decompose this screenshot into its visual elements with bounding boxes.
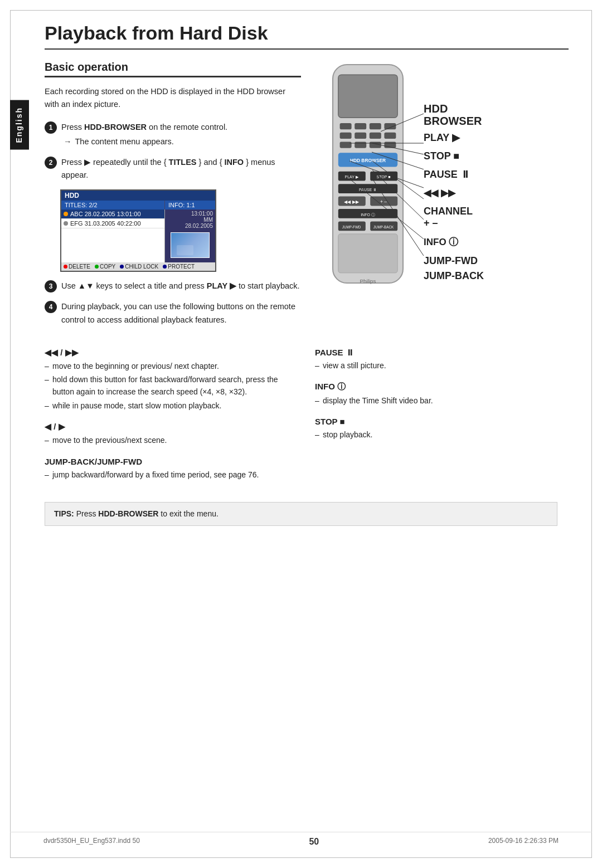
svg-rect-2 xyxy=(340,123,352,129)
info-label-text: INFO ⓘ xyxy=(424,236,507,248)
list-item: ABC 28.02.2005 13:01:00 xyxy=(61,209,164,219)
svg-rect-6 xyxy=(340,133,352,139)
svg-rect-32 xyxy=(338,234,397,273)
plus-minus-text: + – xyxy=(424,217,507,229)
svg-rect-7 xyxy=(355,133,366,139)
right-column: HDD BROWSER PLAY ▶ STOP ■ PAUSE ⏸ ◀◀ ▶▶ xyxy=(318,61,507,334)
svg-text:STOP ■: STOP ■ xyxy=(377,175,391,179)
pause-heading-text: PAUSE ⏸ xyxy=(315,348,354,357)
prev-next-item-2: hold down this button for fast backward/… xyxy=(45,373,298,398)
list-item: EFG 31.03.2005 40:22:00 xyxy=(61,219,164,228)
bottom-sections: ◀◀ / ▶▶ move to the beginning or previou… xyxy=(45,348,569,491)
jump-fwd-text: JUMP-FWD xyxy=(424,255,507,267)
hdd-footer: DELETE COPY CHILD LOCK PROTECT xyxy=(61,262,215,271)
feature-pause: PAUSE ⏸ view a still picture. xyxy=(315,348,569,372)
protect-dot xyxy=(163,265,167,269)
stop-heading: STOP ■ xyxy=(315,417,569,426)
pause-label: PAUSE ⏸ xyxy=(424,169,507,181)
svg-text:PLAY ▶: PLAY ▶ xyxy=(344,175,358,179)
step-3-number: 3 xyxy=(45,280,57,292)
jump-back-label: JUMP-BACK xyxy=(424,270,507,282)
pause-heading: PAUSE ⏸ xyxy=(315,348,569,357)
section-heading: Basic operation xyxy=(45,61,301,77)
jump-item-1: jump backward/forward by a fixed time pe… xyxy=(45,469,298,481)
hdd-browser-label: HDD BROWSER xyxy=(424,103,507,127)
svg-rect-13 xyxy=(384,142,396,148)
svg-rect-8 xyxy=(370,133,381,139)
pause-label-text: PAUSE ⏸ xyxy=(424,169,507,181)
step-1-number: 1 xyxy=(45,121,57,134)
step-2-number: 2 xyxy=(45,157,57,169)
hdd-preview: 13:01:00MM28.02.2005 xyxy=(165,209,215,262)
prev-next-heading-text: ◀◀ / ▶▶ xyxy=(45,348,79,358)
hdd-col-titles: TITLES: 2/2 xyxy=(61,201,165,209)
svg-text:HDD BROWSER: HDD BROWSER xyxy=(350,158,386,163)
page-title: Playback from Hard Disk xyxy=(45,22,569,50)
remote-right-labels: HDD BROWSER PLAY ▶ STOP ■ PAUSE ⏸ ◀◀ ▶▶ xyxy=(424,103,507,282)
svg-rect-12 xyxy=(370,142,381,148)
hdd-dot-gray xyxy=(64,221,68,226)
svg-rect-1 xyxy=(338,75,397,118)
hdd-preview-time1: 13:01:00MM28.02.2005 xyxy=(185,211,213,229)
scene-heading: ◀ / ▶ xyxy=(45,422,298,432)
prev-next-item-1: move to the beginning or previous/ next … xyxy=(45,360,298,372)
rew-fwd-text: ◀◀ ▶▶ xyxy=(424,187,507,199)
hdd-footer-copy: COPY xyxy=(95,264,115,270)
hdd-preview-image xyxy=(171,232,210,258)
feature-stop: STOP ■ stop playback. xyxy=(315,417,569,441)
hdd-footer-protect: PROTECT xyxy=(163,264,195,270)
svg-rect-3 xyxy=(355,123,366,129)
browser-label-text: BROWSER xyxy=(424,115,507,127)
svg-rect-11 xyxy=(355,142,366,148)
jump-heading-text: JUMP-BACK/JUMP-FWD xyxy=(45,457,142,466)
svg-text:+ –: + – xyxy=(380,199,387,204)
hdd-footer-delete: DELETE xyxy=(64,264,90,270)
page-number: 50 xyxy=(309,837,319,847)
info-item-1: display the Time Shift video bar. xyxy=(315,394,569,407)
prev-next-heading: ◀◀ / ▶▶ xyxy=(45,348,298,358)
step-1: 1 Press HDD-BROWSER on the remote contro… xyxy=(45,121,301,148)
step-3: 3 Use ▲▼ keys to select a title and pres… xyxy=(45,280,301,292)
svg-rect-10 xyxy=(340,142,352,148)
play-label-text: PLAY ▶ xyxy=(424,131,507,144)
svg-rect-9 xyxy=(384,133,396,139)
jump-fwd-label: JUMP-FWD xyxy=(424,255,507,267)
step-3-content: Use ▲▼ keys to select a title and press … xyxy=(61,280,301,292)
step-1-content: Press HDD-BROWSER on the remote control.… xyxy=(61,121,301,148)
hdd-title-bar: HDD xyxy=(61,191,215,201)
step-2-content: Press ▶ repeatedly until the { TITLES } … xyxy=(61,156,301,182)
step-4: 4 During playback, you can use the follo… xyxy=(45,300,301,326)
arrow-symbol: → xyxy=(64,135,72,148)
play-label: PLAY ▶ xyxy=(424,131,507,144)
tips-box: TIPS: Press HDD-BROWSER to exit the menu… xyxy=(45,502,557,526)
channel-label: CHANNEL + – xyxy=(424,206,507,229)
hdd-footer-childlock: CHILD LOCK xyxy=(120,264,158,270)
info-heading-text: INFO ⓘ xyxy=(315,382,346,392)
step-4-number: 4 xyxy=(45,301,57,313)
svg-text:PAUSE ⏸: PAUSE ⏸ xyxy=(359,188,377,192)
stop-item-1: stop playback. xyxy=(315,428,569,441)
svg-text:JUMP-FWD: JUMP-FWD xyxy=(342,225,361,229)
jump-heading: JUMP-BACK/JUMP-FWD xyxy=(45,457,298,466)
stop-heading-text: STOP ■ xyxy=(315,417,345,426)
footer-right: 2005-09-16 2:26:33 PM xyxy=(488,837,559,847)
step-2: 2 Press ▶ repeatedly until the { TITLES … xyxy=(45,156,301,182)
svg-text:JUMP-BACK: JUMP-BACK xyxy=(373,225,394,229)
prev-next-item-3: while in pause mode, start slow motion p… xyxy=(45,399,298,412)
feature-jump: JUMP-BACK/JUMP-FWD jump backward/forward… xyxy=(45,457,298,481)
hdd-label-text: HDD xyxy=(424,103,507,115)
hdd-header-row: TITLES: 2/2 INFO: 1:1 xyxy=(61,201,215,209)
channel-text: CHANNEL xyxy=(424,206,507,217)
svg-text:Philips: Philips xyxy=(360,278,376,284)
scene-item-1: move to the previous/next scene. xyxy=(45,434,298,446)
svg-rect-4 xyxy=(370,123,381,129)
bottom-left: ◀◀ / ▶▶ move to the beginning or previou… xyxy=(45,348,298,491)
info-heading: INFO ⓘ xyxy=(315,382,569,392)
copy-label: COPY xyxy=(100,264,115,270)
scene-heading-text: ◀ / ▶ xyxy=(45,422,65,432)
info-label: INFO ⓘ xyxy=(424,236,507,248)
tips-label: TIPS: xyxy=(54,509,74,518)
stop-label: STOP ■ xyxy=(424,150,507,162)
svg-text:INFO ⓘ: INFO ⓘ xyxy=(361,213,375,217)
hdd-body: ABC 28.02.2005 13:01:00 EFG 31.03.2005 4… xyxy=(61,209,215,262)
